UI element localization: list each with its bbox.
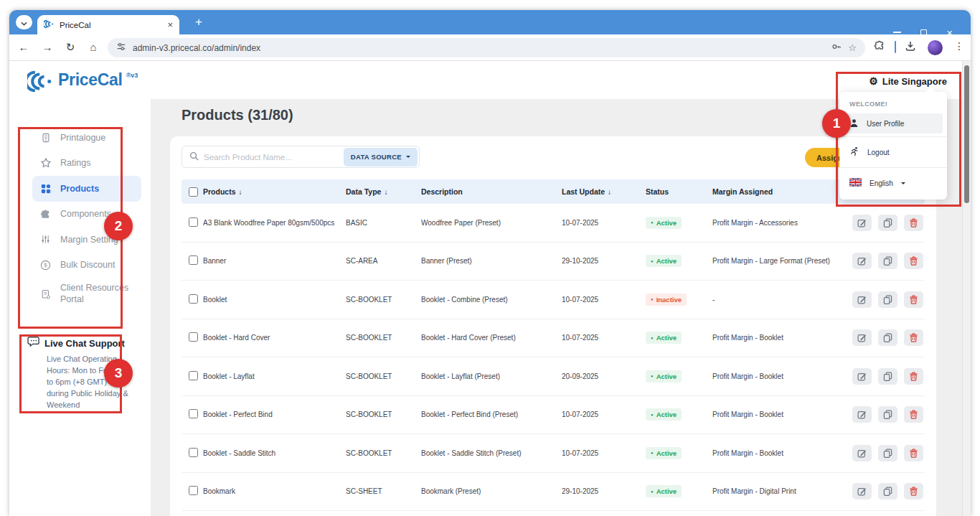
edit-button[interactable] [852,291,872,308]
sidebar-item-margin-setting[interactable]: Margin Setting [32,227,141,253]
duplicate-button[interactable] [878,445,897,461]
edit-button[interactable] [852,445,872,461]
row-checkbox[interactable] [189,255,198,265]
delete-button[interactable] [904,291,923,308]
uk-flag-icon [849,178,862,188]
duplicate-button[interactable] [878,291,897,308]
product-description: Bookmark (Preset) [421,487,562,495]
sidebar-item-label: Bulk Discount [60,260,115,270]
select-all-checkbox[interactable] [189,187,198,197]
forward-icon[interactable]: → [40,41,55,53]
password-key-icon[interactable] [831,42,842,55]
user-icon [849,118,859,129]
page-title: Products (31/80) [182,107,293,123]
toolbar-divider [895,41,896,53]
pricecal-favicon-icon [44,19,55,32]
status-badge: Active [646,217,682,229]
sidebar-item-components[interactable]: Components [32,202,141,227]
data-source-button[interactable]: DATA SOURCE [344,148,418,166]
edit-button[interactable] [852,406,872,423]
product-last-update: 10-07-2025 [562,219,646,227]
sidebar-item-printalogue[interactable]: Printalogue [32,125,141,151]
sidebar-item-client-resources[interactable]: Client Resources Portal [32,278,147,311]
new-tab-button[interactable]: + [190,14,207,31]
product-data-type: SC-BOOKLET [346,449,421,457]
delete-button[interactable] [904,368,923,385]
product-description: Booklet - Layflat (Preset) [421,372,562,380]
reload-icon[interactable]: ↻ [63,41,77,54]
search-input[interactable] [204,153,339,161]
url-text: admin-v3.pricecal.co/admin/index [133,43,825,53]
scrollbar-thumb[interactable] [964,65,969,203]
column-data-type[interactable]: Data Type↓ [346,187,421,196]
workspace-selector[interactable]: ⚙ Lite Singapore [869,75,947,87]
duplicate-button[interactable] [878,253,897,269]
column-status[interactable]: Status [646,187,712,196]
chevron-down-icon [21,16,27,29]
sort-icon: ↓ [608,188,611,196]
status-badge: Active [646,370,682,383]
back-icon[interactable]: ← [17,41,31,53]
duplicate-button[interactable] [878,368,897,385]
sidebar-menu: Printalogue Ratings Products Components … [32,125,141,311]
sidebar-item-label: Printalogue [60,133,105,143]
column-last-update[interactable]: Last Update↓ [562,187,646,196]
row-checkbox[interactable] [189,371,198,380]
status-badge: Active [646,447,682,459]
product-description: Booklet - Perfect Bind (Preset) [421,411,562,418]
downloads-icon[interactable] [905,40,916,55]
row-checkbox[interactable] [189,332,198,342]
row-checkbox[interactable] [189,217,198,227]
delete-button[interactable] [904,445,923,461]
column-description[interactable]: Description [421,187,562,196]
browser-menu-icon[interactable]: ⋮ [954,40,964,52]
menu-item-language[interactable]: English [839,171,947,195]
row-checkbox[interactable] [189,294,198,304]
product-name: Booklet - Layflat [203,372,346,380]
delete-button[interactable] [904,406,923,423]
row-checkbox[interactable] [189,486,198,495]
product-description: Woodfree Paper (Preset) [421,219,562,227]
delete-button[interactable] [904,215,923,231]
tab-search-button[interactable] [16,15,32,29]
duplicate-button[interactable] [878,215,897,231]
bookmark-star-icon[interactable]: ☆ [848,42,857,53]
duplicate-button[interactable] [878,483,897,499]
table-body: A3 Blank Woodfree Paper 80gsm/500pcsBASI… [182,204,925,511]
product-data-type: SC-BOOKLET [346,372,421,380]
logo-text: PriceCal [58,70,123,90]
edit-button[interactable] [852,368,872,385]
edit-button[interactable] [852,329,872,346]
sidebar-item-ratings[interactable]: Ratings [32,151,141,177]
column-margin-assigned[interactable]: Margin Assigned [712,187,846,196]
sidebar-item-bulk-discount[interactable]: $ Bulk Discount [32,253,141,278]
tab-close-icon[interactable]: × [167,20,173,29]
sidebar-item-products[interactable]: Products [32,176,141,202]
browser-profile-avatar[interactable] [928,40,943,55]
browser-tab[interactable]: PriceCal × [37,15,179,34]
row-checkbox[interactable] [189,409,198,418]
live-chat-support[interactable]: Live Chat Support Live Chat Operating Ho… [27,336,136,411]
duplicate-button[interactable] [878,406,897,423]
menu-item-user-profile[interactable]: User Profile [844,113,943,133]
status-badge: Active [646,408,682,421]
delete-button[interactable] [904,253,923,269]
delete-button[interactable] [904,483,923,499]
home-icon[interactable]: ⌂ [86,41,100,53]
pricecal-logo[interactable]: PriceCal ®v3 [27,70,138,95]
menu-item-logout[interactable]: Logout [839,140,947,164]
delete-button[interactable] [904,329,923,346]
page-scrollbar[interactable] [962,61,971,516]
edit-button[interactable] [852,483,872,499]
duplicate-button[interactable] [878,329,897,346]
address-bar[interactable]: admin-v3.pricecal.co/admin/index ☆ [108,38,865,57]
star-icon [39,157,52,169]
edit-button[interactable] [852,215,872,231]
search-icon [189,151,199,164]
column-products[interactable]: Products↓ [203,187,346,196]
minimize-icon[interactable] [893,32,901,33]
edit-button[interactable] [852,253,872,269]
extensions-icon[interactable] [874,40,885,55]
puzzle-icon [39,209,52,220]
row-checkbox[interactable] [189,448,198,457]
